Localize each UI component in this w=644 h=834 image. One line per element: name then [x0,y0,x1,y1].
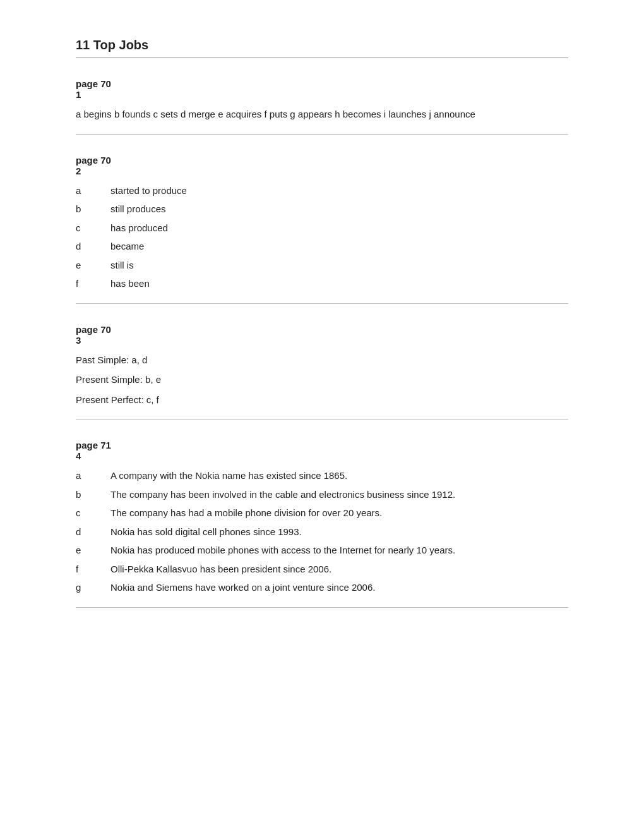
answer-letter: f [76,561,110,577]
answer-letter: g [76,579,110,596]
answer-row: fOlli-Pekka Kallasvuo has been president… [76,561,568,577]
answer-letter: a [76,468,110,484]
answer-text: still produces [110,201,166,217]
exercise-number: 3 [76,335,568,346]
answer-letter: c [76,220,110,236]
answer-text: became [110,238,144,255]
answer-row: eNokia has produced mobile phones with a… [76,542,568,559]
answer-letter: d [76,238,110,255]
answer-text: The company has been involved in the cab… [110,486,455,503]
answer-row: bThe company has been involved in the ca… [76,486,568,503]
answer-row: aA company with the Nokia name has exist… [76,468,568,484]
page-label: page 70 [76,324,568,335]
section-section1: page 701a begins b founds c sets d merge… [76,78,568,135]
answer-row: chas produced [76,220,568,236]
answer-row: dNokia has sold digital cell phones sinc… [76,524,568,540]
exercise-number: 1 [76,89,568,100]
answer-letter: b [76,201,110,217]
answer-row: fhas been [76,275,568,292]
answer-text: still is [110,257,134,274]
answer-letter: e [76,257,110,274]
answer-letter: d [76,524,110,540]
page-label: page 70 [76,78,568,89]
section-section4: page 714aA company with the Nokia name h… [76,440,568,608]
answer-line: Present Perfect: c, f [76,392,568,408]
answer-letter: f [76,275,110,292]
answer-row: estill is [76,257,568,274]
section-header: page 714 [76,440,568,461]
answer-row: cThe company has had a mobile phone divi… [76,505,568,521]
chapter-title: 11 Top Jobs [76,38,568,58]
answer-text: has been [110,275,150,292]
section-section3: page 703Past Simple: a, dPresent Simple:… [76,324,568,420]
answers-inline: a begins b founds c sets d merge e acqui… [76,106,568,123]
section-header: page 702 [76,155,568,176]
answer-row: gNokia and Siemens have worked on a join… [76,579,568,596]
section-header: page 703 [76,324,568,346]
answer-text: has produced [110,220,168,236]
answer-letter: a [76,183,110,199]
section-header: page 701 [76,78,568,100]
answer-letter: b [76,486,110,503]
answer-line: Present Simple: b, e [76,372,568,388]
answer-row: astarted to produce [76,183,568,199]
page-label: page 71 [76,440,568,450]
exercise-number: 2 [76,166,568,176]
answer-row: dbecame [76,238,568,255]
answer-text: Nokia and Siemens have worked on a joint… [110,579,375,596]
section-section2: page 702astarted to producebstill produc… [76,155,568,304]
answer-letter: e [76,542,110,559]
answer-text: A company with the Nokia name has existe… [110,468,347,484]
answer-row: bstill produces [76,201,568,217]
answer-text: Olli-Pekka Kallasvuo has been president … [110,561,331,577]
answer-text: started to produce [110,183,187,199]
answer-text: The company has had a mobile phone divis… [110,505,382,521]
page-label: page 70 [76,155,568,166]
answer-text: Nokia has sold digital cell phones since… [110,524,302,540]
answer-text: Nokia has produced mobile phones with ac… [110,542,455,559]
answer-line: Past Simple: a, d [76,352,568,368]
answer-letter: c [76,505,110,521]
exercise-number: 4 [76,450,568,461]
